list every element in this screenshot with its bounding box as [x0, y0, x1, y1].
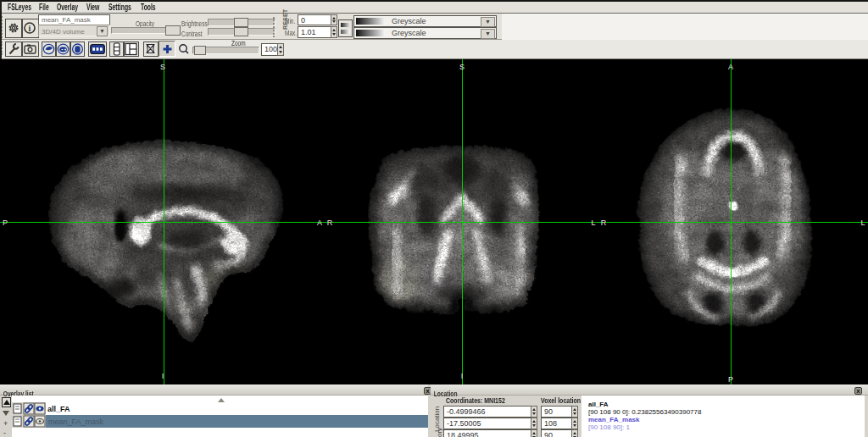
- svg-text:R: R: [601, 218, 607, 227]
- svg-text:P: P: [728, 375, 733, 384]
- svg-text:I: I: [162, 372, 164, 380]
- svg-text:L: L: [860, 218, 865, 227]
- svg-text:A: A: [728, 63, 733, 71]
- svg-text:L: L: [591, 218, 595, 227]
- svg-text:S: S: [459, 63, 465, 71]
- svg-text:i: i: [29, 24, 31, 33]
- svg-text:S: S: [160, 63, 165, 71]
- svg-text:P: P: [3, 218, 8, 227]
- svg-text:I: I: [461, 372, 464, 380]
- svg-text:R: R: [327, 218, 333, 227]
- svg-text:A: A: [317, 218, 322, 227]
